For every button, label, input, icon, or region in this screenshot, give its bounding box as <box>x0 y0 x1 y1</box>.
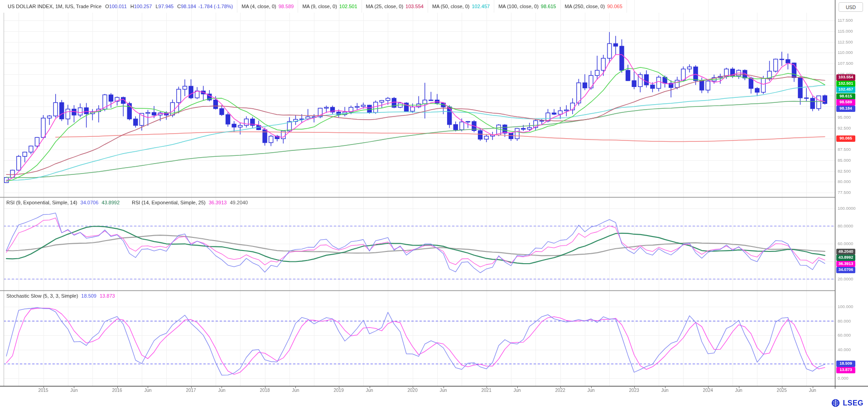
price-axis-tick: 112.500 <box>838 40 853 44</box>
rsi-legend[interactable]: RSI (9, Exponential, Simple, 14) 34.0706… <box>6 200 248 205</box>
stoch-d-value: 13.873 <box>100 293 115 299</box>
stoch-axis-tick: 100.000 <box>838 304 853 309</box>
stoch-axis-tick: 80.000 <box>838 319 851 323</box>
ma-legend-item[interactable]: MA (50, close, 0)102.457 <box>428 0 494 13</box>
instrument-legend[interactable]: US DOLLAR INDEX, 1M, IUS, Trade Price O1… <box>4 0 237 13</box>
rsi14-label: RSI (14, Exponential, Simple, 25) <box>132 200 206 205</box>
price-badge: 102.457 <box>836 87 855 93</box>
rsi-axis-tick: 60.0000 <box>838 241 853 246</box>
time-axis-tick: 2017 <box>186 388 196 393</box>
time-axis-tick: Jun <box>661 388 669 393</box>
rsi-badge: 34.0706 <box>836 267 855 273</box>
ma-legend-item[interactable]: MA (9, close, 0)102.501 <box>298 0 362 13</box>
time-axis-tick: 2024 <box>703 388 713 393</box>
stoch-badge: 13.873 <box>836 367 855 373</box>
price-badge: 98.589 <box>836 99 855 106</box>
currency-button[interactable]: USD <box>839 2 863 12</box>
stoch-label: Stochastic Slow (5, 3, 3, Simple) <box>6 293 78 299</box>
change-value: -1.784 (-1.78%) <box>198 4 233 9</box>
price-axis-tick: 82.500 <box>838 169 851 174</box>
rsi-badge: 36.3913 <box>836 261 855 267</box>
rsi14-value: 36.3913 <box>209 200 227 205</box>
time-axis-tick: 2019 <box>333 388 343 393</box>
price-axis-tick: 95.000 <box>838 115 851 120</box>
rsi-axis-tick: 100.0000 <box>838 206 856 211</box>
price-badge: 103.554 <box>836 74 855 81</box>
rsi-axis-tick: 80.0000 <box>838 224 853 228</box>
time-axis-tick: Jun <box>513 388 521 393</box>
price-axis-tick: 107.500 <box>838 61 853 66</box>
lseg-crest-icon <box>831 398 840 408</box>
stoch-axis-tick: 40.000 <box>838 347 851 352</box>
price-badge: 90.065 <box>836 135 855 142</box>
time-axis-tick: Jun <box>735 388 743 393</box>
rsi14-signal-value: 49.2040 <box>230 200 248 205</box>
time-axis-tick: 2023 <box>629 388 639 393</box>
ma-label: MA (50, close, 0) <box>432 4 470 9</box>
rsi-badge: 43.8992 <box>836 255 855 261</box>
low-value: L97.945 <box>154 4 174 9</box>
price-axis-tick: 115.000 <box>838 29 853 34</box>
lseg-logo[interactable]: LSEG <box>831 398 863 408</box>
ma-value: 90.065 <box>607 4 622 9</box>
stoch-k-value: 18.509 <box>81 293 96 299</box>
ma-legend-item[interactable]: MA (25, close, 0)103.554 <box>362 0 428 13</box>
time-axis-tick: 2025 <box>777 388 787 393</box>
rsi9-signal-value: 43.8992 <box>101 200 120 205</box>
time-axis-tick: 2016 <box>112 388 122 393</box>
time-axis-tick: 2020 <box>407 388 417 393</box>
ma-label: MA (25, close, 0) <box>366 4 404 9</box>
ma-value: 103.554 <box>405 4 424 9</box>
time-axis-tick: Jun <box>809 388 816 393</box>
price-badge: 98.615 <box>836 93 855 100</box>
time-axis-tick: Jun <box>144 388 151 393</box>
ma-label: MA (9, close, 0) <box>302 4 337 9</box>
ma-label: MA (4, close, 0) <box>241 4 276 9</box>
price-badge: 98.184 <box>836 106 855 112</box>
time-axis-tick: 2021 <box>482 388 492 393</box>
open-value: O100.011 <box>104 4 127 9</box>
time-axis-tick: 2018 <box>260 388 270 393</box>
ma-value: 98.615 <box>541 4 556 9</box>
price-axis-tick: 92.500 <box>838 126 851 130</box>
time-axis-tick: 2022 <box>555 388 565 393</box>
instrument-title: US DOLLAR INDEX, 1M, IUS, Trade Price <box>8 4 101 9</box>
ma-label: MA (100, close, 0) <box>498 4 539 9</box>
chart-header: US DOLLAR INDEX, 1M, IUS, Trade Price O1… <box>4 0 627 13</box>
time-axis-tick: Jun <box>439 388 447 393</box>
time-axis-tick: Jun <box>588 388 595 393</box>
ma-legend-item[interactable]: MA (4, close, 0)98.589 <box>237 0 298 13</box>
time-axis-tick: Jun <box>70 388 77 393</box>
stoch-axis-tick: 60.000 <box>838 333 851 338</box>
stoch-axis-tick: 0.000 <box>838 376 849 381</box>
ma-legend-item[interactable]: MA (250, close, 0)90.065 <box>561 0 627 13</box>
price-axis-tick: 77.500 <box>838 190 851 195</box>
price-axis-tick: 87.500 <box>838 147 851 152</box>
charting-app: US DOLLAR INDEX, 1M, IUS, Trade Price O1… <box>0 0 868 410</box>
rsi-axis-tick: 20.0000 <box>838 277 853 281</box>
price-axis-tick: 117.500 <box>838 18 853 23</box>
price-badge: 102.501 <box>836 81 855 87</box>
price-axis-tick: 110.000 <box>838 50 853 55</box>
price-axis-tick: 80.000 <box>838 179 851 184</box>
time-axis-tick: Jun <box>218 388 225 393</box>
lseg-logo-text: LSEG <box>843 399 863 407</box>
stoch-badge: 18.509 <box>836 361 855 367</box>
high-value: H100.257 <box>129 4 152 9</box>
ma-value: 102.457 <box>472 4 490 9</box>
ma-value: 102.501 <box>339 4 357 9</box>
rsi9-label: RSI (9, Exponential, Simple, 14) <box>6 200 77 205</box>
time-axis-tick: 2015 <box>38 388 48 393</box>
rsi9-value: 34.0706 <box>81 200 99 205</box>
price-axis-tick: 85.000 <box>838 158 851 163</box>
ma-legend-item[interactable]: MA (100, close, 0)98.615 <box>494 0 560 13</box>
rsi-badge: 49.2040 <box>836 249 855 255</box>
time-axis-tick: Jun <box>366 388 373 393</box>
time-axis-tick: Jun <box>292 388 299 393</box>
ma-value: 98.589 <box>279 4 294 9</box>
close-value: C98.184 <box>176 4 196 9</box>
stochastic-legend[interactable]: Stochastic Slow (5, 3, 3, Simple) 18.509… <box>6 293 115 299</box>
ma-label: MA (250, close, 0) <box>565 4 605 9</box>
